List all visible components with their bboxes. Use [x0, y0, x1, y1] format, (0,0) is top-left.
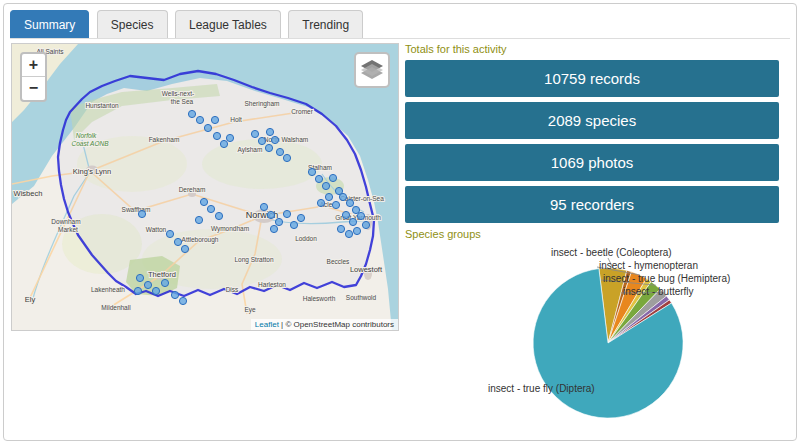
map-place-label: Aylsham	[238, 146, 263, 154]
pie-label-truefly: insect - true fly (Diptera)	[488, 383, 595, 394]
map-marker[interactable]	[179, 297, 186, 304]
map-marker[interactable]	[251, 130, 258, 137]
leaflet-link[interactable]: Leaflet	[255, 320, 279, 329]
map-attribution: Leaflet | © OpenStreetMap contributors	[251, 319, 398, 330]
map-place-label: Wisbech	[14, 189, 43, 198]
map-marker[interactable]	[196, 116, 203, 123]
map-place-label: Ely	[25, 295, 36, 304]
tab-trending[interactable]: Trending	[288, 10, 363, 38]
map-place-label: the Sea	[171, 98, 194, 105]
page: Summary Species League Tables Trending	[3, 3, 797, 441]
zoom-out-button[interactable]: −	[22, 77, 45, 100]
tab-league-tables[interactable]: League Tables	[175, 10, 281, 38]
map-marker[interactable]	[211, 116, 218, 123]
map-marker[interactable]	[181, 245, 188, 252]
map-place-label: Southwold	[346, 294, 377, 301]
layers-control[interactable]	[354, 52, 390, 88]
map-marker[interactable]	[200, 198, 207, 205]
map-place-label: Diss	[226, 286, 239, 293]
map-marker[interactable]	[317, 199, 324, 206]
map-marker[interactable]	[215, 212, 222, 219]
map-marker[interactable]	[342, 211, 349, 218]
map-place-label: Fakenham	[149, 136, 180, 143]
map-marker[interactable]	[283, 154, 290, 161]
map-marker[interactable]	[322, 182, 329, 189]
map-place-label: Thetford	[148, 270, 176, 279]
species-groups-chart: insect - beetle (Coleoptera) insect - hy…	[403, 245, 783, 444]
species-stat: 2089 species	[405, 102, 779, 139]
map-place-label: Wells-next-	[162, 90, 194, 97]
map-marker[interactable]	[332, 201, 339, 208]
map-marker[interactable]	[275, 218, 282, 225]
map-place-label: Halesworth	[303, 295, 336, 302]
map-place-label: Market	[58, 226, 78, 233]
map-marker[interactable]	[308, 168, 315, 175]
map-marker[interactable]	[138, 210, 145, 217]
map-marker[interactable]	[161, 279, 168, 286]
tab-species[interactable]: Species	[97, 10, 168, 38]
zoom-in-button[interactable]: +	[22, 54, 45, 77]
map-place-label: Wymondham	[211, 225, 249, 233]
map-marker[interactable]	[144, 281, 151, 288]
map-marker[interactable]	[345, 230, 352, 237]
map-marker[interactable]	[297, 214, 304, 221]
totals-heading: Totals for this activity	[405, 43, 783, 55]
map-marker[interactable]	[290, 221, 297, 228]
map-marker[interactable]	[266, 128, 273, 135]
map-place-label: Holt	[230, 116, 242, 123]
map-marker[interactable]	[188, 110, 195, 117]
map-marker[interactable]	[204, 124, 211, 131]
map-place-label: Coast AONB	[72, 140, 110, 147]
map-marker[interactable]	[357, 212, 364, 219]
map-marker[interactable]	[195, 216, 202, 223]
map-place-label: Mildenhall	[101, 304, 131, 311]
map-place-label: Downham	[51, 218, 80, 225]
map-place-label: Watton	[146, 226, 167, 233]
summary-panel: Totals for this activity 10759 records 2…	[403, 41, 783, 438]
map-marker[interactable]	[362, 221, 369, 228]
map-place-label: Lowestoft	[350, 265, 383, 274]
map-marker[interactable]	[207, 205, 214, 212]
map-marker[interactable]	[337, 225, 344, 232]
map-place-label: Eye	[244, 306, 256, 314]
osm-attribution: | © OpenStreetMap contributors	[279, 320, 394, 329]
map-marker[interactable]	[267, 211, 274, 218]
map-place-label: Swaffham	[122, 206, 151, 213]
map-place-label: Norfolk	[76, 132, 97, 139]
map-marker[interactable]	[353, 227, 360, 234]
map-marker[interactable]	[276, 148, 283, 155]
map-marker[interactable]	[226, 134, 233, 141]
map-marker[interactable]	[174, 238, 181, 245]
map-marker[interactable]	[270, 225, 277, 232]
layers-icon	[359, 57, 385, 83]
map-marker[interactable]	[329, 174, 336, 181]
tab-bar: Summary Species League Tables Trending	[10, 10, 790, 39]
map-place-label: King's Lynn	[73, 167, 111, 176]
map-marker[interactable]	[171, 291, 178, 298]
records-stat: 10759 records	[405, 60, 779, 97]
map-marker[interactable]	[258, 137, 265, 144]
map-marker[interactable]	[352, 206, 359, 213]
map-marker[interactable]	[283, 210, 290, 217]
map-place-label: Sheringham	[244, 100, 279, 108]
map-marker[interactable]	[339, 193, 346, 200]
leaflet-map[interactable]: All SaintsHunstantonNorfolkCoast AONBWel…	[11, 43, 399, 331]
map-marker[interactable]	[315, 175, 322, 182]
map-marker[interactable]	[325, 193, 332, 200]
map-marker[interactable]	[152, 287, 159, 294]
map-marker[interactable]	[349, 218, 356, 225]
map-marker[interactable]	[134, 287, 141, 294]
map-marker[interactable]	[213, 132, 220, 139]
zoom-control: + −	[20, 52, 47, 102]
map-marker[interactable]	[260, 203, 267, 210]
map-marker[interactable]	[346, 199, 353, 206]
map-place-label: Lakenheath	[91, 286, 125, 293]
map-marker[interactable]	[271, 136, 278, 143]
map-marker[interactable]	[136, 274, 143, 281]
map-marker[interactable]	[166, 230, 173, 237]
tab-summary[interactable]: Summary	[10, 10, 89, 38]
pie-label-beetle: insect - beetle (Coleoptera)	[551, 247, 672, 258]
map-marker[interactable]	[265, 144, 272, 151]
map-marker[interactable]	[220, 140, 227, 147]
photos-stat: 1069 photos	[405, 144, 779, 181]
